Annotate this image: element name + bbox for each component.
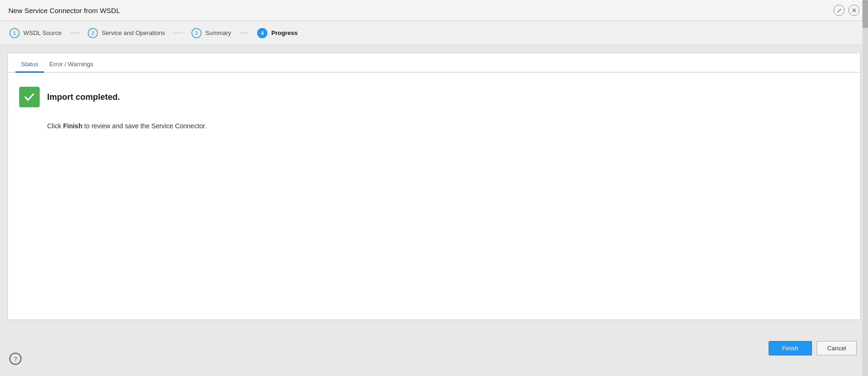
steps-bar: 1 WSDL Source 2 Service and Operations 3…: [0, 21, 868, 45]
import-status-row: Import completed.: [19, 87, 849, 107]
scrollbar-thumb[interactable]: [862, 0, 868, 28]
step-2-circle: 2: [88, 28, 98, 38]
step-2-label: Service and Operations: [102, 29, 165, 36]
step-3-label: Summary: [205, 29, 231, 36]
cancel-button[interactable]: Cancel: [817, 341, 857, 355]
step-4-circle: 4: [257, 28, 267, 38]
instruction-bold: Finish: [63, 122, 82, 130]
title-bar-controls: ⤢ ✕: [833, 5, 860, 16]
step-separator-3: [239, 33, 249, 33]
tabs-bar: Status Error / Warnings: [8, 53, 860, 73]
checkmark-svg: [23, 91, 35, 103]
step-3: 3 Summary: [191, 28, 240, 38]
import-instructions: Click Finish to review and save the Serv…: [47, 121, 849, 131]
tab-content-status: Import completed. Click Finish to review…: [8, 73, 860, 320]
step-1: 1 WSDL Source: [9, 28, 70, 38]
title-bar: New Service Connector from WSDL ⤢ ✕: [0, 0, 868, 21]
close-button[interactable]: ✕: [848, 5, 860, 16]
scrollbar-track: [862, 0, 868, 376]
dialog-title: New Service Connector from WSDL: [8, 7, 120, 14]
step-2: 2 Service and Operations: [88, 28, 174, 38]
step-1-circle: 1: [9, 28, 20, 38]
main-content: Status Error / Warnings Import completed…: [0, 45, 868, 320]
tab-status[interactable]: Status: [15, 57, 44, 73]
step-4: 4 Progress: [257, 28, 306, 38]
content-panel: Status Error / Warnings Import completed…: [7, 53, 861, 320]
help-button[interactable]: ?: [9, 353, 21, 365]
step-1-label: WSDL Source: [23, 29, 62, 36]
instruction-suffix: to review and save the Service Connector…: [82, 122, 206, 130]
instruction-prefix: Click: [47, 122, 63, 130]
dialog-wrapper: New Service Connector from WSDL ⤢ ✕ 1 WS…: [0, 0, 868, 376]
step-4-label: Progress: [271, 29, 297, 36]
step-separator-2: [174, 33, 183, 33]
step-separator-1: [70, 33, 79, 33]
import-title: Import completed.: [47, 92, 120, 102]
expand-button[interactable]: ⤢: [833, 5, 845, 16]
footer-area: Finish Cancel: [0, 320, 868, 376]
success-icon: [19, 87, 40, 107]
tab-errors[interactable]: Error / Warnings: [44, 57, 99, 73]
step-3-circle: 3: [191, 28, 202, 38]
finish-button[interactable]: Finish: [769, 341, 812, 355]
